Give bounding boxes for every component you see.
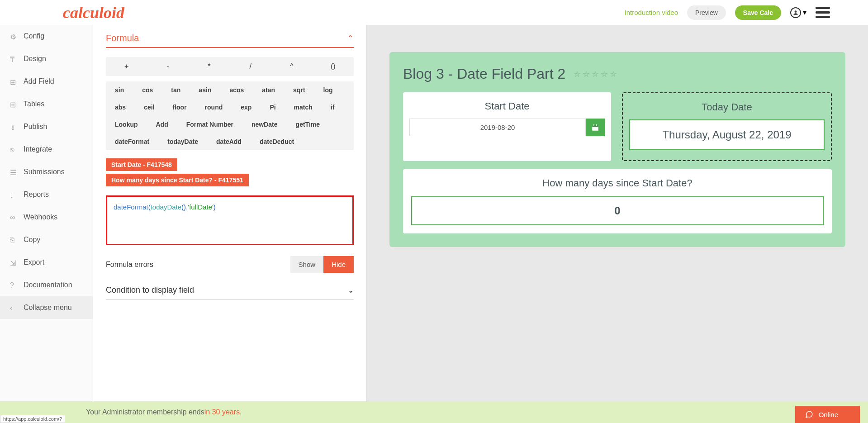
fn-lookup[interactable]: Lookup <box>106 116 147 133</box>
fn-todaydate[interactable]: todayDate <box>158 133 207 150</box>
fn-acos[interactable]: acos <box>220 81 253 99</box>
sidebar-item-label: Tables <box>24 100 44 108</box>
sidebar-item-export[interactable]: ⇲Export <box>0 251 93 274</box>
sidebar-item-copy[interactable]: ⎘Copy <box>0 228 93 251</box>
caret-down-icon: ▾ <box>803 8 806 17</box>
formula-token: dateFormat <box>114 203 148 211</box>
chevron-up-icon[interactable]: ⌃ <box>347 33 354 43</box>
field-tag-days-since[interactable]: How many days since Start Date? - F41755… <box>106 174 249 186</box>
logo: calculoid <box>63 3 124 22</box>
rating-stars[interactable]: ☆ ☆ ☆ ☆ ☆ <box>574 69 617 79</box>
sidebar-item-label: Add Field <box>24 77 54 86</box>
sidebar-item-webhooks[interactable]: ∞Webhooks <box>0 206 93 228</box>
op-multiply[interactable]: * <box>189 57 230 76</box>
op-power[interactable]: ^ <box>271 57 312 76</box>
fn-abs[interactable]: abs <box>106 99 135 116</box>
calendar-button[interactable] <box>586 119 605 136</box>
sidebar-item-collapse[interactable]: ‹Collapse menu <box>0 296 93 319</box>
user-menu[interactable]: ▾ <box>790 7 806 18</box>
sidebar-item-label: Documentation <box>24 281 72 289</box>
export-icon: ⇲ <box>10 259 17 266</box>
formula-editor[interactable]: dateFormat(todayDate(),'fullDate') <box>106 195 354 245</box>
formula-token: 'fullDate' <box>188 203 213 211</box>
sidebar-item-config[interactable]: ⚙Config <box>0 25 93 48</box>
star-icon[interactable]: ☆ <box>610 69 617 79</box>
chevron-down-icon[interactable]: ⌄ <box>348 286 354 295</box>
start-date-input[interactable] <box>409 119 586 136</box>
sidebar-item-label: Submissions <box>24 168 65 176</box>
browser-status-url: https://app.calculoid.com/? <box>0 415 65 423</box>
sidebar-item-integrate[interactable]: ⎋Integrate <box>0 138 93 161</box>
op-minus[interactable]: - <box>147 57 188 76</box>
preview-button[interactable]: Preview <box>687 5 726 20</box>
fn-tan[interactable]: tan <box>162 81 190 99</box>
fn-sqrt[interactable]: sqrt <box>284 81 314 99</box>
field-tag-start-date[interactable]: Start Date - F417548 <box>106 158 177 171</box>
op-divide[interactable]: / <box>230 57 271 76</box>
fn-round[interactable]: round <box>196 99 232 116</box>
fn-newdate[interactable]: newDate <box>242 116 287 133</box>
fn-if[interactable]: if <box>322 99 344 116</box>
fn-match[interactable]: match <box>285 99 322 116</box>
op-plus[interactable]: + <box>106 57 147 76</box>
errors-show-button[interactable]: Show <box>290 256 324 273</box>
sidebar-item-label: Reports <box>24 190 49 199</box>
sidebar-item-reports[interactable]: ⫿Reports <box>0 183 93 206</box>
svg-rect-2 <box>592 125 598 127</box>
hooks-icon: ∞ <box>10 214 17 221</box>
errors-toggle: Show Hide <box>290 256 354 273</box>
star-icon[interactable]: ☆ <box>583 69 590 79</box>
intro-video-link[interactable]: Introduction video <box>625 9 678 16</box>
svg-point-0 <box>795 10 797 13</box>
fn-sin[interactable]: sin <box>106 81 133 99</box>
formula-errors-row: Formula errors Show Hide <box>106 256 354 273</box>
star-icon[interactable]: ☆ <box>601 69 608 79</box>
fn-dateadd[interactable]: dateAdd <box>207 133 251 150</box>
formula-token: ) <box>213 203 216 211</box>
fn-log[interactable]: log <box>314 81 342 99</box>
sidebar: ⚙Config ₸Design ⊞Add Field ⊞Tables ⇪Publ… <box>0 25 93 423</box>
fn-cos[interactable]: cos <box>133 81 162 99</box>
condition-section-header[interactable]: Condition to display field ⌄ <box>106 285 354 300</box>
star-icon[interactable]: ☆ <box>592 69 599 79</box>
fn-exp[interactable]: exp <box>232 99 261 116</box>
chart-icon: ⫿ <box>10 191 17 198</box>
op-parens[interactable]: () <box>313 57 354 76</box>
text-icon: ₸ <box>10 55 17 62</box>
sidebar-item-add-field[interactable]: ⊞Add Field <box>0 70 93 93</box>
field-tags: Start Date - F417548 How many days since… <box>106 158 354 189</box>
sidebar-item-submissions[interactable]: ☰Submissions <box>0 161 93 183</box>
footer-expiry: in 30 years <box>204 408 240 416</box>
start-date-label: Start Date <box>409 100 605 112</box>
fn-ceil[interactable]: ceil <box>135 99 163 116</box>
function-group: sin cos tan asin acos atan sqrt log abs … <box>106 81 354 150</box>
days-since-field[interactable]: How many days since Start Date? 0 <box>403 169 832 233</box>
sidebar-item-tables[interactable]: ⊞Tables <box>0 93 93 115</box>
fn-dateformat[interactable]: dateFormat <box>106 133 158 150</box>
fn-floor[interactable]: floor <box>163 99 195 116</box>
sidebar-item-label: Copy <box>24 236 40 244</box>
fn-asin[interactable]: asin <box>190 81 220 99</box>
sidebar-item-documentation[interactable]: ?Documentation <box>0 274 93 296</box>
sidebar-item-design[interactable]: ₸Design <box>0 48 93 70</box>
errors-hide-button[interactable]: Hide <box>323 256 354 273</box>
formula-section-header[interactable]: Formula ⌃ <box>106 33 354 48</box>
fn-atan[interactable]: atan <box>253 81 284 99</box>
fn-pi[interactable]: Pi <box>261 99 285 116</box>
star-icon[interactable]: ☆ <box>574 69 581 79</box>
sidebar-item-publish[interactable]: ⇪Publish <box>0 115 93 138</box>
fn-datededuct[interactable]: dateDeduct <box>251 133 303 150</box>
hamburger-menu[interactable] <box>816 7 830 18</box>
chat-online-button[interactable]: Online <box>795 406 860 423</box>
save-calc-button[interactable]: Save Calc <box>735 5 781 20</box>
start-date-field[interactable]: Start Date <box>403 92 611 161</box>
fn-format-number[interactable]: Format Number <box>177 116 242 133</box>
fn-add[interactable]: Add <box>147 116 177 133</box>
fn-gettime[interactable]: getTime <box>287 116 329 133</box>
today-date-field[interactable]: Today Date Thursday, August 22, 2019 <box>622 92 832 161</box>
svg-rect-3 <box>593 124 594 126</box>
fields-row: Start Date Today Date Thursday, August 2… <box>403 92 832 161</box>
calculator-canvas: Blog 3 - Date Field Part 2 ☆ ☆ ☆ ☆ ☆ Sta… <box>367 25 868 423</box>
calculator-card: Blog 3 - Date Field Part 2 ☆ ☆ ☆ ☆ ☆ Sta… <box>389 52 845 247</box>
membership-footer: Your Administrator membership ends in 30… <box>0 401 868 423</box>
